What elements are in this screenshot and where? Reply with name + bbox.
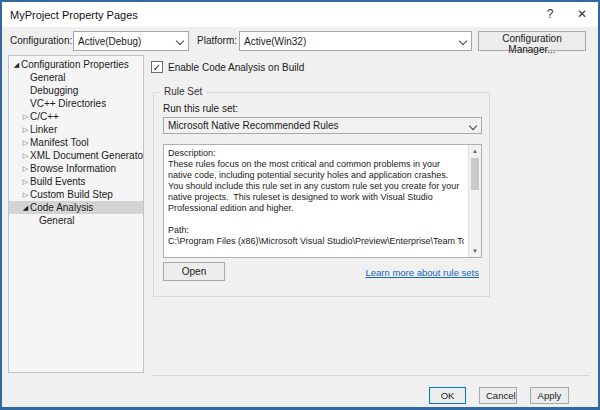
configuration-label: Configuration: <box>10 31 72 51</box>
platform-dropdown[interactable]: Active(Win32) <box>239 31 472 51</box>
rule-set-groupbox: Rule Set Run this rule set: Microsoft Na… <box>153 92 490 297</box>
tree-item-label: Browse Information <box>30 162 116 175</box>
tree-expander-collapsed-icon[interactable]: ▷ <box>21 136 30 149</box>
tree-expander-expanded-icon[interactable]: ◢ <box>12 58 21 71</box>
tree-item-xml-document-generator[interactable]: ▷ XML Document Generator <box>9 149 143 162</box>
tree-item-code-analysis[interactable]: ◢ Code Analysis <box>9 201 143 214</box>
path-label: Path: <box>168 225 464 236</box>
rule-set-group-title: Rule Set <box>160 86 206 97</box>
path-value: C:\Program Files (x86)\Microsoft Visual … <box>168 236 464 247</box>
title-bar: MyProject Property Pages ? ✕ <box>2 2 598 27</box>
property-pages-dialog: MyProject Property Pages ? ✕ Configurati… <box>0 0 600 410</box>
help-icon[interactable]: ? <box>534 3 566 26</box>
run-rule-set-label: Run this rule set: <box>163 103 238 114</box>
enable-code-analysis-label: Enable Code Analysis on Build <box>168 62 304 73</box>
tree-expander-collapsed-icon[interactable]: ▷ <box>21 123 30 136</box>
tree-item-linker[interactable]: ▷ Linker <box>9 123 143 136</box>
rule-set-value: Microsoft Native Recommended Rules <box>168 120 469 131</box>
tree-item-label: General <box>30 71 66 84</box>
tree-expander-collapsed-icon[interactable]: ▷ <box>21 188 30 201</box>
tree-item-label: XML Document Generator <box>30 149 144 162</box>
tree-item-code-analysis-general[interactable]: General <box>9 214 143 227</box>
tree-item-label: Configuration Properties <box>21 58 129 71</box>
configuration-manager-button[interactable]: Configuration Manager... <box>478 31 586 51</box>
tree-item-build-events[interactable]: ▷ Build Events <box>9 175 143 188</box>
tree-item-manifest-tool[interactable]: ▷ Manifest Tool <box>9 136 143 149</box>
configuration-tree: ◢ Configuration Properties General Debug… <box>8 55 144 373</box>
description-scrollbar[interactable]: ▲ ▼ <box>468 145 481 257</box>
tree-item-label: Code Analysis <box>30 201 93 214</box>
tree-item-label: Custom Build Step <box>30 188 113 201</box>
scroll-down-icon[interactable]: ▼ <box>469 245 481 257</box>
tree-item-custom-build-step[interactable]: ▷ Custom Build Step <box>9 188 143 201</box>
chevron-down-icon <box>459 37 467 45</box>
tree-item-label: C/C++ <box>30 110 59 123</box>
enable-code-analysis-checkbox[interactable]: ✓ <box>151 61 163 73</box>
description-label: Description: <box>168 148 464 159</box>
chevron-down-icon <box>469 122 477 130</box>
tree-expander-collapsed-icon[interactable]: ▷ <box>21 175 30 188</box>
apply-button[interactable]: Apply <box>530 387 569 404</box>
tree-item-label: General <box>39 214 75 227</box>
scroll-up-icon[interactable]: ▲ <box>469 145 481 157</box>
tree-item-debugging[interactable]: Debugging <box>9 84 143 97</box>
tree-item-label: Debugging <box>30 84 78 97</box>
configuration-dropdown[interactable]: Active(Debug) <box>73 31 189 51</box>
tree-item-label: VC++ Directories <box>30 97 106 110</box>
tree-item-browse-information[interactable]: ▷ Browse Information <box>9 162 143 175</box>
chevron-down-icon <box>176 37 184 45</box>
tree-expander-expanded-icon[interactable]: ◢ <box>21 201 30 214</box>
ok-button[interactable]: OK <box>429 387 466 404</box>
description-spacer <box>168 214 464 225</box>
rule-set-dropdown[interactable]: Microsoft Native Recommended Rules <box>163 117 482 134</box>
tree-expander-collapsed-icon[interactable]: ▷ <box>21 110 30 123</box>
tree-item-label: Manifest Tool <box>30 136 89 149</box>
tree-item-c-cpp[interactable]: ▷ C/C++ <box>9 110 143 123</box>
configuration-value: Active(Debug) <box>78 36 176 47</box>
tree-item-configuration-properties[interactable]: ◢ Configuration Properties <box>9 58 143 71</box>
configuration-row: Configuration: Active(Debug) Platform: A… <box>2 31 598 53</box>
tree-item-label: Build Events <box>30 175 86 188</box>
cancel-button[interactable]: Cancel <box>479 387 517 404</box>
tree-expander-collapsed-icon[interactable]: ▷ <box>21 162 30 175</box>
platform-value: Active(Win32) <box>244 36 459 47</box>
rule-set-description-box: Description: These rules focus on the mo… <box>163 144 482 258</box>
tree-expander-collapsed-icon[interactable]: ▷ <box>21 149 30 162</box>
close-icon[interactable]: ✕ <box>566 3 598 26</box>
tree-item-vcpp-directories[interactable]: VC++ Directories <box>9 97 143 110</box>
description-paragraph: These rules focus on the most critical a… <box>168 159 464 214</box>
scrollbar-thumb[interactable] <box>471 158 479 190</box>
open-button[interactable]: Open <box>163 262 225 281</box>
tree-item-general[interactable]: General <box>9 71 143 84</box>
window-title: MyProject Property Pages <box>10 9 534 21</box>
checkmark-icon: ✓ <box>153 62 161 73</box>
tree-item-label: Linker <box>30 123 57 136</box>
rule-set-description-text: Description: These rules focus on the mo… <box>164 145 468 257</box>
learn-more-link[interactable]: Learn more about rule sets <box>365 267 479 278</box>
platform-label: Platform: <box>197 31 237 51</box>
footer-separator <box>151 375 590 376</box>
enable-code-analysis-row: ✓ Enable Code Analysis on Build <box>151 61 304 73</box>
